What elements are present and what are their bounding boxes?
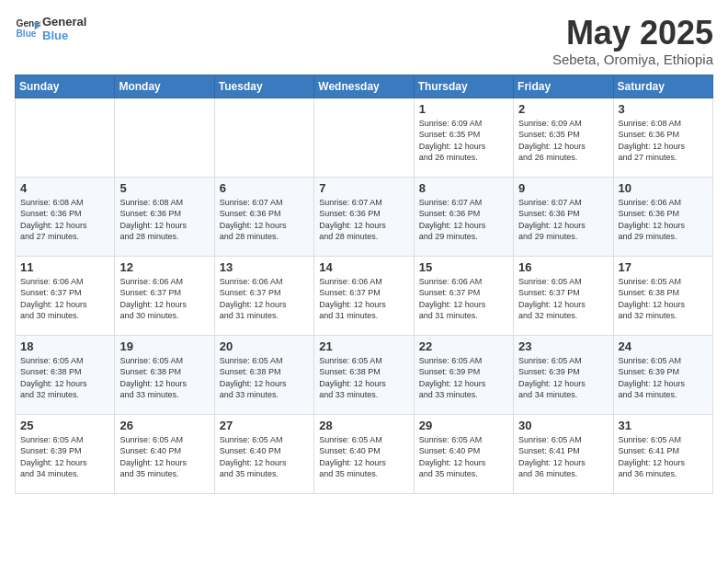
calendar-cell: 17Sunrise: 6:05 AM Sunset: 6:38 PM Dayli… <box>613 256 712 335</box>
day-number: 28 <box>319 419 408 432</box>
logo-line1: General <box>42 15 86 29</box>
calendar-cell: 19Sunrise: 6:05 AM Sunset: 6:38 PM Dayli… <box>115 335 214 414</box>
day-info: Sunrise: 6:05 AM Sunset: 6:38 PM Dayligh… <box>319 355 408 401</box>
day-info: Sunrise: 6:09 AM Sunset: 6:35 PM Dayligh… <box>518 118 608 164</box>
calendar-cell: 8Sunrise: 6:07 AM Sunset: 6:36 PM Daylig… <box>414 177 513 256</box>
svg-text:Blue: Blue <box>17 29 37 39</box>
day-number: 22 <box>419 339 508 353</box>
day-info: Sunrise: 6:05 AM Sunset: 6:38 PM Dayligh… <box>20 355 109 401</box>
calendar-cell: 3Sunrise: 6:08 AM Sunset: 6:36 PM Daylig… <box>613 98 712 177</box>
day-info: Sunrise: 6:06 AM Sunset: 6:37 PM Dayligh… <box>119 276 209 322</box>
calendar-cell: 31Sunrise: 6:05 AM Sunset: 6:41 PM Dayli… <box>613 414 712 493</box>
day-number: 7 <box>319 181 408 195</box>
day-header-saturday: Saturday <box>613 75 712 98</box>
day-info: Sunrise: 6:05 AM Sunset: 6:39 PM Dayligh… <box>619 355 708 401</box>
calendar-cell: 25Sunrise: 6:05 AM Sunset: 6:39 PM Dayli… <box>16 414 115 493</box>
day-number: 21 <box>319 339 408 353</box>
calendar-cell: 5Sunrise: 6:08 AM Sunset: 6:36 PM Daylig… <box>115 177 214 256</box>
day-info: Sunrise: 6:05 AM Sunset: 6:40 PM Dayligh… <box>319 434 408 480</box>
day-info: Sunrise: 6:05 AM Sunset: 6:41 PM Dayligh… <box>518 434 608 480</box>
day-info: Sunrise: 6:07 AM Sunset: 6:36 PM Dayligh… <box>220 197 309 243</box>
calendar-cell: 23Sunrise: 6:05 AM Sunset: 6:39 PM Dayli… <box>514 335 613 414</box>
calendar-cell: 24Sunrise: 6:05 AM Sunset: 6:39 PM Dayli… <box>613 335 712 414</box>
day-info: Sunrise: 6:05 AM Sunset: 6:37 PM Dayligh… <box>518 276 608 322</box>
calendar-cell <box>115 98 214 177</box>
calendar-cell: 27Sunrise: 6:05 AM Sunset: 6:40 PM Dayli… <box>214 414 313 493</box>
day-header-monday: Monday <box>115 75 214 98</box>
calendar-cell: 14Sunrise: 6:06 AM Sunset: 6:37 PM Dayli… <box>314 256 414 335</box>
day-info: Sunrise: 6:07 AM Sunset: 6:36 PM Dayligh… <box>419 197 508 243</box>
title-section: May 2025 Sebeta, Oromiya, Ethiopia <box>552 15 713 67</box>
calendar-cell: 15Sunrise: 6:06 AM Sunset: 6:37 PM Dayli… <box>414 256 513 335</box>
day-info: Sunrise: 6:05 AM Sunset: 6:40 PM Dayligh… <box>220 434 309 480</box>
calendar-cell: 30Sunrise: 6:05 AM Sunset: 6:41 PM Dayli… <box>514 414 613 493</box>
day-number: 25 <box>20 419 109 432</box>
day-info: Sunrise: 6:05 AM Sunset: 6:38 PM Dayligh… <box>619 276 708 322</box>
day-info: Sunrise: 6:05 AM Sunset: 6:40 PM Dayligh… <box>119 434 209 480</box>
calendar-cell: 7Sunrise: 6:07 AM Sunset: 6:36 PM Daylig… <box>314 177 414 256</box>
calendar-cell: 12Sunrise: 6:06 AM Sunset: 6:37 PM Dayli… <box>115 256 214 335</box>
day-info: Sunrise: 6:09 AM Sunset: 6:35 PM Dayligh… <box>419 118 508 164</box>
day-number: 4 <box>20 181 109 195</box>
day-info: Sunrise: 6:08 AM Sunset: 6:36 PM Dayligh… <box>619 118 708 164</box>
day-header-sunday: Sunday <box>16 75 115 98</box>
calendar-week-2: 4Sunrise: 6:08 AM Sunset: 6:36 PM Daylig… <box>16 177 713 256</box>
calendar-week-5: 25Sunrise: 6:05 AM Sunset: 6:39 PM Dayli… <box>16 414 713 493</box>
day-number: 9 <box>518 181 608 195</box>
day-number: 2 <box>518 102 608 116</box>
day-info: Sunrise: 6:05 AM Sunset: 6:39 PM Dayligh… <box>419 355 508 401</box>
day-number: 6 <box>220 181 309 195</box>
calendar-cell: 21Sunrise: 6:05 AM Sunset: 6:38 PM Dayli… <box>314 335 414 414</box>
day-number: 5 <box>119 181 209 195</box>
day-number: 29 <box>419 419 508 432</box>
page-header: General Blue General Blue May 2025 Sebet… <box>15 15 713 67</box>
calendar-cell <box>314 98 414 177</box>
calendar-cell: 9Sunrise: 6:07 AM Sunset: 6:36 PM Daylig… <box>514 177 613 256</box>
calendar-cell: 13Sunrise: 6:06 AM Sunset: 6:37 PM Dayli… <box>214 256 313 335</box>
day-info: Sunrise: 6:05 AM Sunset: 6:39 PM Dayligh… <box>20 434 109 480</box>
day-header-tuesday: Tuesday <box>214 75 313 98</box>
day-number: 18 <box>20 339 109 353</box>
calendar-cell: 10Sunrise: 6:06 AM Sunset: 6:36 PM Dayli… <box>613 177 712 256</box>
day-number: 12 <box>119 260 209 274</box>
day-header-wednesday: Wednesday <box>314 75 414 98</box>
day-number: 14 <box>319 260 408 274</box>
day-info: Sunrise: 6:07 AM Sunset: 6:36 PM Dayligh… <box>518 197 608 243</box>
calendar-cell: 22Sunrise: 6:05 AM Sunset: 6:39 PM Dayli… <box>414 335 513 414</box>
logo: General Blue General Blue <box>15 15 86 42</box>
day-number: 3 <box>619 102 708 116</box>
calendar-week-1: 1Sunrise: 6:09 AM Sunset: 6:35 PM Daylig… <box>16 98 713 177</box>
day-number: 8 <box>419 181 508 195</box>
calendar-cell: 20Sunrise: 6:05 AM Sunset: 6:38 PM Dayli… <box>214 335 313 414</box>
day-info: Sunrise: 6:05 AM Sunset: 6:39 PM Dayligh… <box>518 355 608 401</box>
logo-line2: Blue <box>42 29 86 42</box>
day-number: 15 <box>419 260 508 274</box>
day-info: Sunrise: 6:05 AM Sunset: 6:38 PM Dayligh… <box>220 355 309 401</box>
month-title: May 2025 <box>552 15 713 52</box>
day-number: 17 <box>619 260 708 274</box>
calendar-cell: 11Sunrise: 6:06 AM Sunset: 6:37 PM Dayli… <box>16 256 115 335</box>
day-number: 23 <box>518 339 608 353</box>
day-number: 1 <box>419 102 508 116</box>
calendar-cell: 6Sunrise: 6:07 AM Sunset: 6:36 PM Daylig… <box>214 177 313 256</box>
calendar-cell: 28Sunrise: 6:05 AM Sunset: 6:40 PM Dayli… <box>314 414 414 493</box>
calendar-cell: 1Sunrise: 6:09 AM Sunset: 6:35 PM Daylig… <box>414 98 513 177</box>
calendar-header-row: SundayMondayTuesdayWednesdayThursdayFrid… <box>16 75 713 98</box>
logo-icon: General Blue <box>15 16 40 41</box>
location: Sebeta, Oromiya, Ethiopia <box>552 52 713 67</box>
day-info: Sunrise: 6:06 AM Sunset: 6:37 PM Dayligh… <box>319 276 408 322</box>
day-info: Sunrise: 6:08 AM Sunset: 6:36 PM Dayligh… <box>119 197 209 243</box>
calendar-week-3: 11Sunrise: 6:06 AM Sunset: 6:37 PM Dayli… <box>16 256 713 335</box>
day-number: 24 <box>619 339 708 353</box>
calendar-cell <box>16 98 115 177</box>
day-number: 16 <box>518 260 608 274</box>
calendar-cell: 18Sunrise: 6:05 AM Sunset: 6:38 PM Dayli… <box>16 335 115 414</box>
calendar-cell: 16Sunrise: 6:05 AM Sunset: 6:37 PM Dayli… <box>514 256 613 335</box>
day-info: Sunrise: 6:06 AM Sunset: 6:37 PM Dayligh… <box>20 276 109 322</box>
day-number: 31 <box>619 419 708 432</box>
day-header-friday: Friday <box>514 75 613 98</box>
calendar-table: SundayMondayTuesdayWednesdayThursdayFrid… <box>15 75 713 494</box>
calendar-cell: 26Sunrise: 6:05 AM Sunset: 6:40 PM Dayli… <box>115 414 214 493</box>
day-info: Sunrise: 6:05 AM Sunset: 6:38 PM Dayligh… <box>119 355 209 401</box>
day-number: 27 <box>220 419 309 432</box>
